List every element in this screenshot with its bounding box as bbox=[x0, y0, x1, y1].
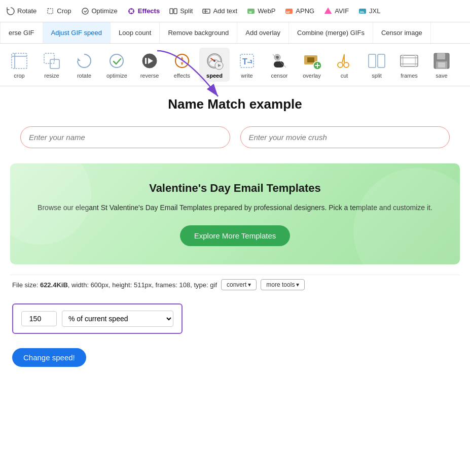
subtab-combine-merge[interactable]: Combine (merge) GIFs bbox=[289, 22, 373, 43]
subtab-remove-bg[interactable]: Remove background bbox=[160, 22, 237, 43]
more-tools-dropdown-icon: ▾ bbox=[296, 281, 299, 288]
ad-card: Valentine's Day Email Templates Browse o… bbox=[10, 163, 460, 264]
svg-text:AP: AP bbox=[286, 11, 290, 14]
toolbar-item-apng[interactable]: AP APNG bbox=[280, 5, 318, 18]
toolbar-item-split[interactable]: Split bbox=[165, 5, 197, 18]
svg-rect-47 bbox=[378, 54, 385, 67]
icon-tool-censor[interactable]: censor bbox=[264, 48, 295, 82]
icon-tool-cut[interactable]: cut bbox=[329, 48, 359, 82]
icon-tool-effects[interactable]: effects bbox=[167, 48, 197, 82]
svg-rect-54 bbox=[437, 53, 445, 59]
svg-rect-13 bbox=[12, 53, 27, 69]
svg-rect-22 bbox=[145, 58, 147, 64]
svg-rect-38 bbox=[307, 57, 314, 62]
icon-tool-optimize[interactable]: optimize bbox=[101, 48, 132, 82]
svg-rect-56 bbox=[438, 62, 445, 67]
toolbar-item-effects[interactable]: Effects bbox=[123, 5, 164, 18]
svg-rect-16 bbox=[44, 53, 54, 63]
speed-control-section: % of current speed % of original speed m… bbox=[12, 303, 183, 334]
ad-explore-button[interactable]: Explore More Templates bbox=[180, 225, 290, 246]
subtab-reverse-gif[interactable]: erse GIF bbox=[0, 22, 43, 43]
subtab-add-overlay[interactable]: Add overlay bbox=[237, 22, 289, 43]
top-toolbar: Rotate Crop Optimize Effects Split Ad bbox=[0, 0, 470, 22]
svg-point-24 bbox=[180, 59, 184, 62]
svg-text:T: T bbox=[242, 57, 247, 66]
svg-rect-3 bbox=[170, 9, 173, 14]
svg-rect-35 bbox=[274, 61, 284, 67]
icon-tool-save[interactable]: save bbox=[426, 48, 457, 82]
file-size-label: File size: 622.4KiB, width: 600px, heigh… bbox=[12, 281, 217, 289]
icon-tool-split[interactable]: split bbox=[361, 48, 392, 82]
ad-description: Browse our elegant St Valentine's Day Em… bbox=[25, 202, 445, 213]
svg-rect-49 bbox=[402, 55, 404, 66]
svg-point-43 bbox=[344, 62, 349, 67]
svg-marker-18 bbox=[78, 58, 81, 61]
svg-point-19 bbox=[110, 54, 123, 67]
toolbar-item-avif[interactable]: AVIF bbox=[319, 5, 353, 18]
speed-unit-select[interactable]: % of current speed % of original speed m… bbox=[62, 311, 173, 327]
svg-point-42 bbox=[338, 62, 343, 67]
more-tools-button[interactable]: more tools ▾ bbox=[261, 279, 305, 290]
svg-rect-4 bbox=[174, 9, 177, 14]
speed-value-input[interactable] bbox=[21, 311, 57, 326]
icon-tool-resize[interactable]: resize bbox=[37, 48, 67, 82]
toolbar-item-jxl[interactable]: JXL JXL bbox=[354, 5, 384, 18]
icon-tool-frames[interactable]: frames bbox=[394, 48, 424, 82]
svg-rect-50 bbox=[415, 55, 416, 66]
svg-rect-46 bbox=[369, 54, 376, 67]
toolbar-item-crop[interactable]: Crop bbox=[42, 5, 75, 18]
page-title: Name Match example bbox=[10, 96, 460, 112]
input-row bbox=[10, 126, 460, 148]
svg-point-34 bbox=[276, 56, 279, 59]
toolbar-item-add-text[interactable]: Add text bbox=[198, 5, 241, 18]
toolbar-item-optimize[interactable]: Optimize bbox=[77, 5, 122, 18]
icon-tool-write[interactable]: T write bbox=[232, 48, 262, 82]
ad-title: Valentine's Day Email Templates bbox=[25, 182, 445, 195]
icon-tool-speed[interactable]: speed bbox=[199, 48, 230, 82]
sub-toolbar: erse GIF Adjust GIF speed Loop count Rem… bbox=[0, 22, 470, 44]
svg-text:W: W bbox=[249, 11, 252, 14]
toolbar-item-rotate[interactable]: Rotate bbox=[2, 5, 41, 18]
svg-text:JXL: JXL bbox=[359, 11, 365, 14]
icon-tool-reverse[interactable]: reverse bbox=[134, 48, 165, 82]
file-info-bar: File size: 622.4KiB, width: 600px, heigh… bbox=[10, 275, 460, 294]
svg-rect-17 bbox=[50, 59, 59, 69]
svg-point-1 bbox=[82, 8, 88, 14]
svg-point-27 bbox=[213, 60, 215, 62]
subtab-adjust-speed[interactable]: Adjust GIF speed bbox=[43, 22, 111, 43]
convert-button[interactable]: convert ▾ bbox=[221, 279, 257, 290]
main-content: Name Match example Valentine's Day Email… bbox=[0, 86, 470, 381]
subtab-censor-image[interactable]: Censor image bbox=[373, 22, 431, 43]
name-input[interactable] bbox=[20, 126, 230, 148]
icon-tool-rotate[interactable]: rotate bbox=[69, 48, 99, 82]
svg-marker-10 bbox=[324, 8, 332, 14]
svg-rect-0 bbox=[48, 9, 53, 14]
convert-dropdown-icon: ▾ bbox=[248, 281, 251, 288]
icon-toolbar: crop resize rotate optimize bbox=[0, 44, 470, 86]
icon-tool-crop[interactable]: crop bbox=[4, 48, 34, 82]
change-speed-button[interactable]: Change speed! bbox=[12, 348, 86, 367]
crush-input[interactable] bbox=[240, 126, 450, 148]
toolbar-item-webp[interactable]: W WebP bbox=[242, 5, 279, 18]
icon-tool-overlay[interactable]: overlay bbox=[297, 48, 327, 82]
subtab-loop-count[interactable]: Loop count bbox=[111, 22, 160, 43]
